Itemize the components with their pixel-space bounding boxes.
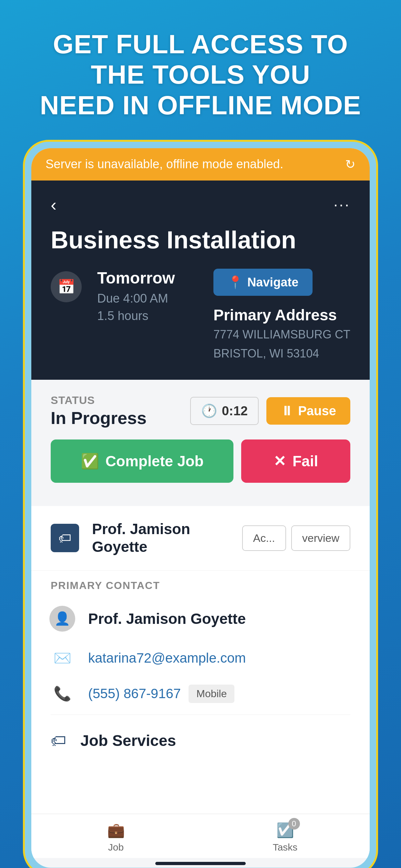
content-section: 🏷 Prof. JamisonGoyette Ac... verview PRI… (31, 506, 370, 814)
tasks-badge: 0 (288, 818, 300, 830)
clock-icon: 🕐 (201, 403, 217, 418)
complete-label: Complete Job (105, 453, 204, 470)
contact-email-row: ✉️ katarina72@example.com (31, 641, 370, 676)
contact-email[interactable]: katarina72@example.com (88, 650, 246, 666)
phone-frame: Server is unavailable, offline mode enab… (23, 140, 378, 868)
status-value: In Progress (51, 408, 147, 428)
status-section: STATUS In Progress 🕐 0:12 ⏸ Pause (31, 380, 370, 506)
status-right: 🕐 0:12 ⏸ Pause (190, 397, 350, 425)
action-buttons: ✅ Complete Job ✕ Fail (51, 439, 350, 494)
timer-value: 0:12 (222, 404, 248, 418)
schedule-day: Tomorrow (97, 269, 198, 287)
person-tag-icon: 🏷 (58, 531, 71, 546)
status-left: STATUS In Progress (51, 394, 147, 428)
nav-job[interactable]: 💼 Job (31, 822, 201, 853)
pause-button[interactable]: ⏸ Pause (266, 397, 350, 425)
job-nav-icon: 💼 (107, 822, 125, 839)
address-info: Primary Address 7774 WILLIAMSBURG CT Bri… (213, 306, 350, 362)
more-menu-button[interactable]: ··· (334, 196, 350, 213)
offline-banner: Server is unavailable, offline mode enab… (31, 148, 370, 181)
status-row: STATUS In Progress 🕐 0:12 ⏸ Pause (51, 394, 350, 428)
navigate-button[interactable]: 📍 Navigate (213, 269, 312, 296)
header-top: ‹ ··· (51, 195, 350, 215)
overview-button[interactable]: verview (291, 525, 350, 551)
client-row: 🏷 Prof. JamisonGoyette Ac... verview (31, 506, 370, 570)
contact-phone[interactable]: (555) 867-9167 (88, 686, 181, 702)
email-icon-wrap: ✉️ (51, 650, 74, 666)
divider (51, 715, 350, 715)
person-icon: 👤 (54, 611, 70, 626)
address-street: 7774 WILLIAMSBURG CT (213, 327, 350, 343)
calendar-icon: 📅 (51, 271, 82, 302)
hero-section: GET FULL ACCESS TO THE TOOLS YOU NEED IN… (0, 0, 401, 140)
pause-icon: ⏸ (281, 404, 294, 418)
client-name: Prof. JamisonGoyette (92, 520, 229, 556)
complete-check-icon: ✅ (81, 453, 99, 470)
phone-info: (555) 867-9167 Mobile (88, 685, 235, 703)
fail-x-icon: ✕ (274, 453, 286, 470)
hero-line1: GET FULL ACCESS TO THE TOOLS YOU (53, 29, 348, 89)
offline-message: Server is unavailable, offline mode enab… (45, 157, 283, 171)
bottom-nav: 💼 Job ☑️ 0 Tasks (31, 814, 370, 858)
home-indicator (155, 862, 246, 865)
complete-job-button[interactable]: ✅ Complete Job (51, 439, 234, 483)
tasks-nav-label: Tasks (273, 842, 298, 853)
contact-phone-row: 📞 (555) 867-9167 Mobile (31, 676, 370, 712)
address-city: Bristol, WI 53104 (213, 345, 350, 362)
location-icon: 📍 (227, 275, 243, 289)
job-services-label: Job Services (81, 732, 176, 749)
phone-type-tag: Mobile (189, 685, 235, 703)
status-label: STATUS (51, 394, 147, 407)
email-icon: ✉️ (54, 650, 71, 666)
fail-label: Fail (292, 453, 318, 470)
job-title: Business Installation (51, 226, 350, 253)
hero-line2: NEED IN OFFLINE MODE (40, 90, 361, 120)
navigate-label: Navigate (247, 275, 298, 289)
calendar-glyph: 📅 (58, 278, 75, 295)
contact-avatar: 👤 (50, 606, 75, 631)
job-nav-label: Job (108, 842, 124, 853)
refresh-icon[interactable]: ↻ (345, 157, 356, 172)
phone-icon: 📞 (54, 685, 71, 702)
address-label: Primary Address (213, 306, 350, 324)
contact-avatar-wrap: 👤 (51, 606, 74, 631)
activity-button[interactable]: Ac... (242, 525, 286, 551)
contact-name-row: 👤 Prof. Jamison Goyette (31, 597, 370, 641)
tag-icon: 🏷 (51, 732, 66, 749)
job-meta-row: 📅 Tomorrow Due 4:00 AM 1.5 hours 📍 Navig… (51, 269, 350, 362)
job-services-row: 🏷 Job Services (31, 717, 370, 764)
phone-icon-wrap: 📞 (51, 685, 74, 702)
timer-badge: 🕐 0:12 (190, 397, 258, 425)
pause-label: Pause (298, 404, 336, 418)
contact-name: Prof. Jamison Goyette (88, 610, 246, 627)
phone-screen: Server is unavailable, offline mode enab… (31, 148, 370, 868)
nav-tasks[interactable]: ☑️ 0 Tasks (201, 822, 370, 853)
client-actions: Ac... verview (242, 525, 350, 551)
tasks-badge-wrap: ☑️ 0 (276, 822, 294, 839)
primary-contact-label: PRIMARY CONTACT (31, 570, 370, 597)
client-icon: 🏷 (51, 524, 79, 552)
back-button[interactable]: ‹ (51, 195, 57, 215)
schedule-info: Tomorrow Due 4:00 AM 1.5 hours (97, 269, 198, 324)
job-header: ‹ ··· Business Installation 📅 Tomorrow D… (31, 181, 370, 380)
fail-button[interactable]: ✕ Fail (241, 439, 350, 483)
schedule-time: Due 4:00 AM 1.5 hours (97, 290, 198, 324)
